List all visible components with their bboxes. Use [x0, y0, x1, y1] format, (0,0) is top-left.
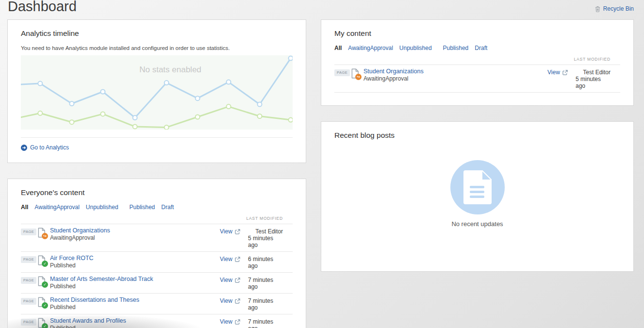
modified-ago: 7 minutes ago [248, 277, 283, 290]
blue-series-point [165, 81, 169, 85]
filter-unpublished[interactable]: Unpublished [86, 204, 118, 211]
filter-all[interactable]: All [21, 204, 28, 211]
external-link-icon[interactable] [235, 298, 240, 304]
modified-by: Test Editor [255, 228, 283, 235]
filter-draft[interactable]: Draft [475, 45, 487, 51]
green-series-point [165, 125, 169, 130]
page-type-badge: PAGE [21, 298, 36, 305]
last-modified-cell: Test Editor 5 minutes ago [576, 67, 620, 89]
document-status-icon: ✓↪ [37, 228, 46, 238]
filter-draft[interactable]: Draft [161, 204, 174, 211]
content-status: AwaitingApproval [50, 234, 220, 241]
page-title: Dashboard [8, 0, 77, 16]
status-dot-icon: ✓↪ [355, 74, 362, 80]
page-type-badge: PAGE [334, 69, 350, 76]
green-series-point [100, 112, 105, 116]
analytics-card-title: Analytics timeline [21, 29, 293, 38]
external-link-icon[interactable] [235, 278, 240, 283]
my-content-card: My content All AwaitingApproval Unpublis… [321, 19, 634, 106]
document-status-icon: ✓↪ [37, 297, 46, 308]
modified-ago: 7 minutes ago [248, 318, 283, 328]
filter-awaiting-approval[interactable]: AwaitingApproval [34, 204, 80, 211]
view-link[interactable]: View [220, 277, 232, 283]
page-type-badge: PAGE [21, 229, 36, 235]
green-series-point [289, 118, 293, 122]
blue-series-point [258, 102, 262, 107]
external-link-icon[interactable] [235, 257, 240, 262]
analytics-description: You need to have Analytics module instal… [21, 45, 293, 51]
go-to-analytics-label: Go to Analytics [30, 144, 69, 151]
document-status-icon: ✓↪ [37, 318, 46, 328]
document-status-icon: ✓↪ [37, 276, 46, 287]
content-title-link[interactable]: Master of Arts Semester-Abroad Track [50, 276, 220, 282]
modified-ago: 6 minutes ago [248, 256, 283, 269]
blue-series-point [289, 56, 293, 61]
dashboard-page: Dashboard Recycle Bin Analytics timeline… [0, 0, 644, 328]
table-row: PAGE ✓↪ Air Force ROTC Published View 6 … [21, 252, 293, 273]
status-dot-icon: ✓↪ [42, 323, 48, 328]
view-link[interactable]: View [220, 228, 232, 235]
trash-icon [595, 6, 600, 12]
no-recent-updates-text: No recent updates [321, 220, 633, 228]
content-title-link[interactable]: Student Organizations [50, 227, 220, 234]
external-link-icon[interactable] [235, 319, 240, 325]
analytics-card: Analytics timeline You need to have Anal… [7, 19, 306, 163]
modified-by: Test Editor [583, 69, 611, 76]
recent-blog-posts-card: Recent blog posts No recent updates [321, 121, 634, 272]
page-type-badge: PAGE [21, 319, 36, 326]
view-link[interactable]: View [220, 297, 232, 304]
green-series-line [21, 107, 291, 128]
empty-state-circle [450, 160, 505, 214]
last-modified-cell: Test Editor 5 minutes ago [248, 227, 293, 248]
content-status: Published [50, 262, 220, 269]
status-dot-icon: ✓↪ [42, 261, 48, 267]
green-series-point [227, 104, 231, 109]
recent-blog-posts-title: Recent blog posts [334, 131, 620, 140]
my-content-filters: All AwaitingApproval Unpublished Publish… [334, 45, 620, 51]
last-modified-cell: 7 minutes ago [248, 317, 293, 328]
filter-published[interactable]: Published [130, 204, 155, 211]
status-dot-icon: ✓↪ [42, 302, 48, 309]
table-row: PAGE ✓↪ Student Awards and Profiles Publ… [21, 314, 293, 328]
circle-arrow-icon [21, 145, 27, 151]
filter-awaiting-approval[interactable]: AwaitingApproval [348, 45, 393, 51]
view-link[interactable]: View [220, 256, 232, 262]
document-status-icon: ✓↪ [351, 68, 360, 79]
divider [21, 137, 293, 138]
everyones-content-card: Everyone's content All AwaitingApproval … [7, 179, 306, 328]
chart-overlay-text: No stats enabled [139, 65, 201, 75]
last-modified-cell: 7 minutes ago [248, 275, 293, 290]
everyones-content-title: Everyone's content [21, 188, 293, 197]
modified-ago: 5 minutes ago [248, 235, 283, 248]
go-to-analytics-link[interactable]: Go to Analytics [21, 144, 293, 151]
filter-unpublished[interactable]: Unpublished [399, 45, 432, 51]
page-type-badge: PAGE [21, 256, 36, 263]
document-status-icon: ✓↪ [37, 255, 46, 266]
recycle-bin-label: Recycle Bin [603, 5, 634, 12]
status-dot-icon: ✓↪ [42, 281, 48, 288]
last-modified-cell: 6 minutes ago [248, 254, 293, 269]
blue-series-point [100, 90, 105, 94]
content-title-link[interactable]: Recent Dissertations and Theses [50, 296, 220, 303]
green-series-point [196, 115, 200, 119]
modified-ago: 5 minutes ago [576, 76, 611, 89]
page-type-badge: PAGE [21, 277, 36, 284]
view-link[interactable]: View [220, 318, 232, 325]
content-status: Published [50, 325, 220, 328]
analytics-chart-area: No stats enabled [21, 55, 293, 130]
content-status: Published [50, 283, 220, 290]
blue-series-point [133, 115, 137, 120]
view-link[interactable]: View [547, 69, 560, 76]
my-content-title: My content [334, 29, 620, 38]
external-link-icon[interactable] [562, 70, 568, 75]
content-title-link[interactable]: Student Awards and Profiles [50, 317, 220, 324]
filter-published[interactable]: Published [443, 45, 469, 51]
last-modified-column-header: LAST MODIFIED [334, 57, 620, 62]
everyones-content-table: PAGE ✓↪ Student Organizations AwaitingAp… [21, 224, 293, 328]
external-link-icon[interactable] [235, 229, 240, 234]
content-title-link[interactable]: Air Force ROTC [50, 255, 220, 262]
filter-all[interactable]: All [334, 45, 342, 51]
table-row: PAGE ✓↪ Master of Arts Semester-Abroad T… [21, 273, 293, 294]
recycle-bin-link[interactable]: Recycle Bin [595, 5, 634, 12]
content-title-link[interactable]: Student Organizations [363, 68, 547, 75]
